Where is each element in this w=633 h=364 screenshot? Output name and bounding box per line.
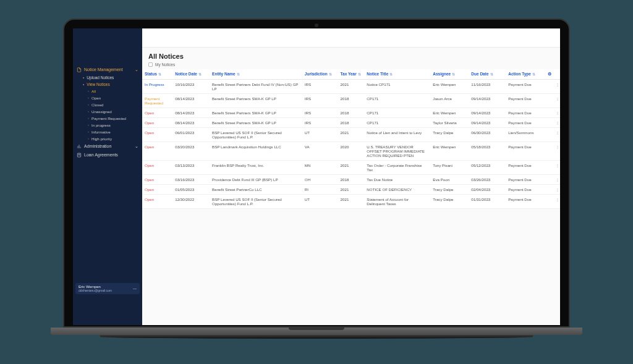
cell-tax-year: 2020 xyxy=(338,142,365,160)
table-row[interactable]: In Progress10/16/2023Benefit Street Part… xyxy=(142,79,560,93)
table-row[interactable]: Open01/05/2023Benefit Street PartnerCo L… xyxy=(142,184,560,194)
nav-label: Upload Notices xyxy=(87,75,114,80)
col-notice-title[interactable]: Notice Title⇅ xyxy=(364,69,430,80)
cell-notice-title: CP171 xyxy=(364,93,430,108)
cell-notice-title: Tax Due Notice xyxy=(364,174,430,184)
col-action-type[interactable]: Action Type⇅ xyxy=(506,69,545,80)
sort-icon: ⇅ xyxy=(237,72,240,76)
cell-notice-date: 08/14/2023 xyxy=(172,93,210,108)
nav-view-notices[interactable]: View Notices xyxy=(73,81,142,88)
bar-chart-icon xyxy=(77,144,82,149)
cell-notice-title: Statement of Account for Delinquent Taxe… xyxy=(364,194,430,208)
nav-label: Notice Management xyxy=(84,67,123,72)
sidebar: Notice Management ⌄ Upload Notices View … xyxy=(73,28,142,325)
nav-loan-agreements[interactable]: Loan Agreements xyxy=(73,151,142,159)
col-tax-year[interactable]: Tax Year⇅ xyxy=(338,69,365,80)
row-menu[interactable]: ⋮ xyxy=(553,108,560,117)
col-entity[interactable]: Entity Name⇅ xyxy=(210,69,302,80)
cell-notice-date: 06/01/2023 xyxy=(172,127,210,142)
sort-icon: ⇅ xyxy=(389,72,393,76)
cell-notice-date: 03/13/2023 xyxy=(172,160,210,174)
col-notice-date[interactable]: Notice Date⇅ xyxy=(172,69,210,80)
cell-tax-year: 2018 xyxy=(338,117,365,127)
cell-notice-date: 12/30/2022 xyxy=(172,194,210,208)
row-menu[interactable]: ⋮ xyxy=(553,127,560,142)
row-menu[interactable]: ⋮ xyxy=(553,184,560,194)
nav-leaf-open[interactable]: Open xyxy=(73,95,142,101)
nav-leaf-in-progress[interactable]: In progress xyxy=(73,122,142,129)
my-notices-toggle[interactable]: My Notices xyxy=(142,62,560,69)
cell-entity: Benefit Street Partners SMA-K GP LP xyxy=(210,108,302,117)
row-menu[interactable]: ⋮ xyxy=(553,142,560,160)
table-row[interactable]: Open12/30/2022BSP Levered US SOF II (Sen… xyxy=(142,194,560,208)
nav-leaf-unassigned[interactable]: Unassigned xyxy=(73,108,142,115)
row-menu[interactable]: ⋮ xyxy=(553,194,560,208)
paper-icon xyxy=(77,153,82,158)
cell-tax-year: 2021 xyxy=(338,127,365,142)
cell-status: Open xyxy=(142,174,172,184)
table-row[interactable]: Open03/13/2023Franklin BSP Realty Trust,… xyxy=(142,160,560,174)
cell-notice-date: 03/16/2023 xyxy=(172,174,210,184)
sort-icon: ⇅ xyxy=(452,72,455,76)
topbar xyxy=(142,29,560,48)
table-row[interactable]: Payment Requested08/14/2023Benefit Stree… xyxy=(142,93,560,108)
row-menu[interactable]: ⋮ xyxy=(553,160,560,174)
col-status[interactable]: Status⇅ xyxy=(142,69,172,80)
nav-administration[interactable]: Administration ⌄ xyxy=(73,142,142,151)
kebab-icon: ⋮ xyxy=(556,82,559,87)
table-row[interactable]: Open08/14/2023Benefit Street Partners SM… xyxy=(142,108,560,117)
cell-status: Open xyxy=(142,194,172,208)
col-assignee[interactable]: Assignee⇅ xyxy=(430,69,469,80)
cell-status: Open xyxy=(142,142,172,160)
cell-tax-year: 2021 xyxy=(338,79,365,93)
cell-jurisdiction: RI xyxy=(302,184,338,194)
nav-leaf-payment-requested[interactable]: Payment Requested xyxy=(73,115,142,122)
row-menu[interactable]: ⋮ xyxy=(553,174,560,184)
settings-column[interactable]: ⚙ xyxy=(545,69,553,80)
cell-action-type: Payment Due xyxy=(506,184,545,194)
nav-leaf-all[interactable]: All xyxy=(73,88,142,95)
more-icon[interactable]: ⋯ xyxy=(133,286,137,290)
table-row[interactable]: Open06/01/2023BSP Levered US SOF II (Sen… xyxy=(142,127,560,142)
cell-status: Open xyxy=(142,117,172,127)
nav-leaf-closed[interactable]: Closed xyxy=(73,101,142,108)
document-icon xyxy=(77,67,82,72)
cell-notice-title: Notice of Lien and Intent to Levy xyxy=(364,127,430,142)
cell-notice-date: 08/14/2023 xyxy=(172,108,210,117)
cell-due-date: 06/30/2023 xyxy=(469,127,506,142)
nav-leaf-informative[interactable]: Informative xyxy=(73,129,142,135)
cell-status: Open xyxy=(142,184,172,194)
kebab-icon: ⋮ xyxy=(556,130,559,135)
nav-label: View Notices xyxy=(87,82,109,87)
chevron-down-icon: ⌄ xyxy=(135,144,138,149)
table-row[interactable]: Open08/14/2023Benefit Street Partners SM… xyxy=(142,117,560,127)
kebab-icon: ⋮ xyxy=(556,197,559,201)
kebab-icon: ⋮ xyxy=(556,187,559,192)
cell-due-date: 09/14/2023 xyxy=(469,93,506,108)
row-menu[interactable]: ⋮ xyxy=(553,79,560,93)
cell-action-type: Payment Due xyxy=(506,108,545,117)
cell-notice-date: 10/16/2023 xyxy=(172,79,210,93)
cell-notice-title: U.S. TREASURY VENDOR OFFSET PROGRAM IMME… xyxy=(364,142,430,160)
row-menu[interactable]: ⋮ xyxy=(553,117,560,127)
nav-notice-management[interactable]: Notice Management ⌄ xyxy=(73,66,142,74)
cell-status: In Progress xyxy=(142,79,172,93)
cell-tax-year: 2018 xyxy=(338,108,365,117)
cell-assignee: Eric Wempen xyxy=(430,79,469,93)
laptop-base xyxy=(51,328,582,335)
cell-action-type: Payment Due xyxy=(506,79,545,93)
nav-leaf-high-priority[interactable]: High priority xyxy=(73,135,142,142)
cell-entity: Benefit Street Partners Debt Fund IV (No… xyxy=(210,79,302,93)
user-box[interactable]: Eric Wempen ddshantanu@gmail.com ⋯ xyxy=(75,283,140,294)
cell-assignee: Tracy Dalpe xyxy=(430,194,469,208)
col-jurisdiction[interactable]: Jurisdiction⇅ xyxy=(302,69,338,80)
checkbox-icon[interactable] xyxy=(148,62,153,67)
table-row[interactable]: Open03/20/2023BSP Landmark Acquisition H… xyxy=(142,142,560,160)
row-menu[interactable]: ⋮ xyxy=(553,93,560,108)
col-due-date[interactable]: Due Date⇅ xyxy=(469,69,506,80)
notices-table: Status⇅ Notice Date⇅ Entity Name⇅ Jurisd… xyxy=(142,69,560,209)
cell-entity: Benefit Street PartnerCo LLC xyxy=(210,184,302,194)
cell-assignee: Taylor Silveria xyxy=(430,117,469,127)
table-row[interactable]: Open03/16/2023Providence Debt Fund III G… xyxy=(142,174,560,184)
nav-upload-notices[interactable]: Upload Notices xyxy=(73,74,142,81)
